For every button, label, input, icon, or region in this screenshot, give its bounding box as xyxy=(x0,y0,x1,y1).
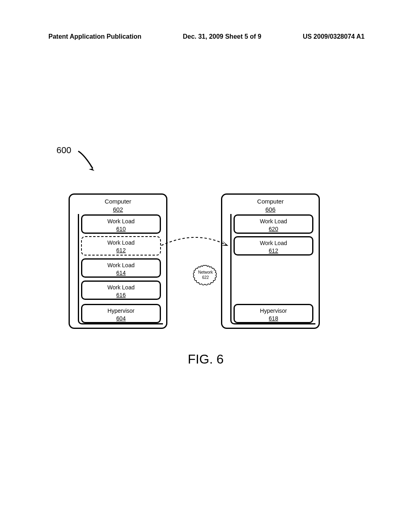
network-label: Network xyxy=(198,270,213,274)
figure-pointer-arrow-icon xyxy=(77,149,101,177)
hypervisor-618-label: Hypervisor xyxy=(260,308,287,314)
computer-right-label: Computer xyxy=(257,198,284,205)
migration-arrow-icon xyxy=(159,236,278,266)
hypervisor-618: Hypervisor 618 xyxy=(234,304,313,323)
computer-left-ref: 602 xyxy=(113,206,123,213)
figure-caption: FIG. 6 xyxy=(48,352,363,367)
header-date-sheet: Dec. 31, 2009 Sheet 5 of 9 xyxy=(183,33,261,40)
network-cloud: Network 622 xyxy=(194,265,217,285)
network-ref: 622 xyxy=(202,275,209,280)
hypervisor-604: Hypervisor 604 xyxy=(81,304,161,323)
header-patent-number: US 2009/0328074 A1 xyxy=(303,33,365,40)
computer-left-title: Computer 602 xyxy=(70,195,166,214)
computer-left-label: Computer xyxy=(105,198,131,205)
hypervisor-604-ref: 604 xyxy=(116,315,125,322)
computer-box-left: Computer 602 Work Load 610 Work Load 612… xyxy=(69,193,167,329)
hypervisor-604-label: Hypervisor xyxy=(108,308,135,314)
figure-6: 600 Computer 602 Work Load 610 Work Load… xyxy=(48,145,363,371)
patent-header: Patent Application Publication Dec. 31, … xyxy=(0,33,413,40)
figure-reference-number: 600 xyxy=(56,145,71,156)
computer-right-title: Computer 606 xyxy=(222,195,319,214)
header-publication-type: Patent Application Publication xyxy=(48,33,142,40)
diagram-container: Computer 602 Work Load 610 Work Load 612… xyxy=(69,193,351,330)
computer-right-ref: 606 xyxy=(265,206,275,213)
hypervisor-618-ref: 618 xyxy=(269,315,278,322)
